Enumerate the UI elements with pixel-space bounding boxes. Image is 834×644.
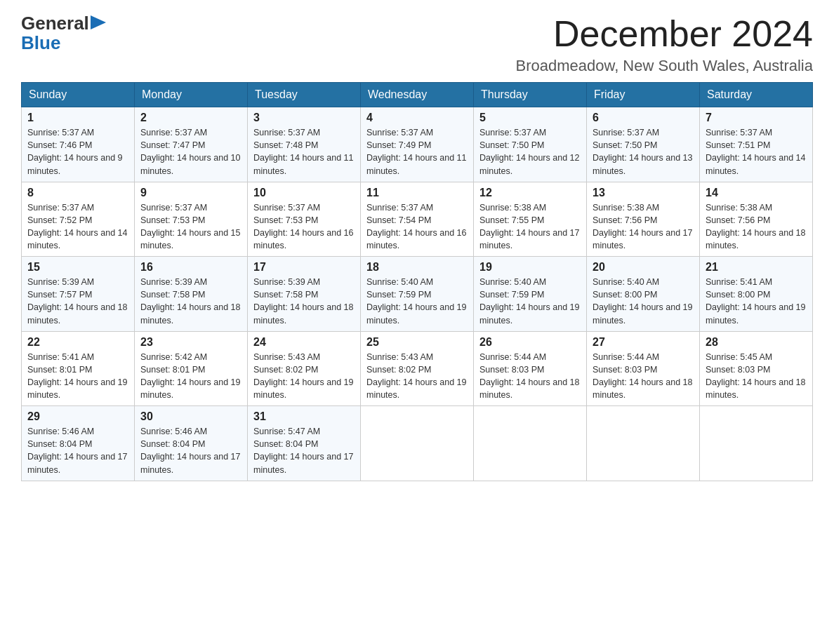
day-info: Sunrise: 5:41 AMSunset: 8:01 PMDaylight:… bbox=[27, 351, 128, 402]
table-row: 4Sunrise: 5:37 AMSunset: 7:49 PMDaylight… bbox=[361, 107, 474, 182]
table-row bbox=[700, 406, 813, 481]
table-row: 19Sunrise: 5:40 AMSunset: 7:59 PMDayligh… bbox=[474, 257, 587, 332]
table-row: 21Sunrise: 5:41 AMSunset: 8:00 PMDayligh… bbox=[700, 257, 813, 332]
calendar-week-row: 8Sunrise: 5:37 AMSunset: 7:52 PMDaylight… bbox=[22, 182, 813, 257]
table-row: 15Sunrise: 5:39 AMSunset: 7:57 PMDayligh… bbox=[22, 257, 135, 332]
location-title: Broadmeadow, New South Wales, Australia bbox=[515, 57, 813, 75]
day-info: Sunrise: 5:39 AMSunset: 7:58 PMDaylight:… bbox=[253, 276, 355, 327]
table-row: 5Sunrise: 5:37 AMSunset: 7:50 PMDaylight… bbox=[474, 107, 587, 182]
day-number: 1 bbox=[27, 112, 128, 124]
day-info: Sunrise: 5:43 AMSunset: 8:02 PMDaylight:… bbox=[366, 351, 468, 402]
table-row: 10Sunrise: 5:37 AMSunset: 7:53 PMDayligh… bbox=[248, 182, 361, 257]
month-title: December 2024 bbox=[515, 14, 813, 54]
table-row: 1Sunrise: 5:37 AMSunset: 7:46 PMDaylight… bbox=[22, 107, 135, 182]
day-info: Sunrise: 5:43 AMSunset: 8:02 PMDaylight:… bbox=[253, 351, 355, 402]
table-row: 2Sunrise: 5:37 AMSunset: 7:47 PMDaylight… bbox=[135, 107, 248, 182]
day-number: 14 bbox=[706, 187, 807, 199]
day-info: Sunrise: 5:37 AMSunset: 7:53 PMDaylight:… bbox=[140, 201, 241, 253]
day-number: 26 bbox=[479, 336, 581, 349]
day-info: Sunrise: 5:37 AMSunset: 7:51 PMDaylight:… bbox=[706, 126, 807, 177]
day-number: 4 bbox=[366, 112, 468, 124]
day-info: Sunrise: 5:38 AMSunset: 7:55 PMDaylight:… bbox=[479, 201, 581, 253]
header-friday: Friday bbox=[587, 83, 700, 107]
table-row: 11Sunrise: 5:37 AMSunset: 7:54 PMDayligh… bbox=[361, 182, 474, 257]
day-info: Sunrise: 5:40 AMSunset: 7:59 PMDaylight:… bbox=[479, 276, 581, 327]
table-row: 30Sunrise: 5:46 AMSunset: 8:04 PMDayligh… bbox=[135, 406, 248, 481]
day-info: Sunrise: 5:38 AMSunset: 7:56 PMDaylight:… bbox=[706, 201, 807, 253]
day-number: 29 bbox=[27, 410, 128, 423]
title-block: December 2024 Broadmeadow, New South Wal… bbox=[515, 14, 813, 75]
table-row: 20Sunrise: 5:40 AMSunset: 8:00 PMDayligh… bbox=[587, 257, 700, 332]
day-info: Sunrise: 5:42 AMSunset: 8:01 PMDaylight:… bbox=[140, 351, 241, 402]
table-row: 3Sunrise: 5:37 AMSunset: 7:48 PMDaylight… bbox=[248, 107, 361, 182]
day-info: Sunrise: 5:37 AMSunset: 7:46 PMDaylight:… bbox=[27, 126, 128, 177]
calendar-week-row: 15Sunrise: 5:39 AMSunset: 7:57 PMDayligh… bbox=[22, 257, 813, 332]
table-row: 26Sunrise: 5:44 AMSunset: 8:03 PMDayligh… bbox=[474, 331, 587, 406]
header-thursday: Thursday bbox=[474, 83, 587, 107]
day-number: 3 bbox=[253, 112, 355, 124]
day-number: 9 bbox=[140, 187, 241, 199]
day-number: 10 bbox=[253, 187, 355, 199]
day-info: Sunrise: 5:46 AMSunset: 8:04 PMDaylight:… bbox=[140, 425, 241, 476]
day-info: Sunrise: 5:37 AMSunset: 7:53 PMDaylight:… bbox=[253, 201, 355, 253]
day-number: 19 bbox=[479, 261, 581, 274]
table-row: 9Sunrise: 5:37 AMSunset: 7:53 PMDaylight… bbox=[135, 182, 248, 257]
day-info: Sunrise: 5:37 AMSunset: 7:50 PMDaylight:… bbox=[593, 126, 694, 177]
day-info: Sunrise: 5:45 AMSunset: 8:03 PMDaylight:… bbox=[706, 351, 807, 402]
day-info: Sunrise: 5:37 AMSunset: 7:54 PMDaylight:… bbox=[366, 201, 468, 253]
table-row bbox=[361, 406, 474, 481]
header-saturday: Saturday bbox=[700, 83, 813, 107]
table-row: 24Sunrise: 5:43 AMSunset: 8:02 PMDayligh… bbox=[248, 331, 361, 406]
day-number: 13 bbox=[593, 187, 694, 199]
day-number: 22 bbox=[27, 336, 128, 349]
table-row: 22Sunrise: 5:41 AMSunset: 8:01 PMDayligh… bbox=[22, 331, 135, 406]
calendar-week-row: 1Sunrise: 5:37 AMSunset: 7:46 PMDaylight… bbox=[22, 107, 813, 182]
header-sunday: Sunday bbox=[22, 83, 135, 107]
day-number: 5 bbox=[479, 112, 581, 124]
table-row: 7Sunrise: 5:37 AMSunset: 7:51 PMDaylight… bbox=[700, 107, 813, 182]
page-header: General Blue December 2024 Broadmeadow, … bbox=[21, 14, 813, 75]
header-tuesday: Tuesday bbox=[248, 83, 361, 107]
table-row: 31Sunrise: 5:47 AMSunset: 8:04 PMDayligh… bbox=[248, 406, 361, 481]
day-info: Sunrise: 5:37 AMSunset: 7:50 PMDaylight:… bbox=[479, 126, 581, 177]
day-number: 24 bbox=[253, 336, 355, 349]
day-info: Sunrise: 5:37 AMSunset: 7:49 PMDaylight:… bbox=[366, 126, 468, 177]
day-number: 15 bbox=[27, 261, 128, 274]
calendar-week-row: 22Sunrise: 5:41 AMSunset: 8:01 PMDayligh… bbox=[22, 331, 813, 406]
table-row bbox=[474, 406, 587, 481]
day-info: Sunrise: 5:47 AMSunset: 8:04 PMDaylight:… bbox=[253, 425, 355, 476]
svg-marker-0 bbox=[91, 15, 106, 29]
logo-text-blue: Blue bbox=[21, 34, 60, 52]
day-number: 6 bbox=[593, 112, 694, 124]
table-row: 12Sunrise: 5:38 AMSunset: 7:55 PMDayligh… bbox=[474, 182, 587, 257]
table-row: 13Sunrise: 5:38 AMSunset: 7:56 PMDayligh… bbox=[587, 182, 700, 257]
day-number: 7 bbox=[706, 112, 807, 124]
table-row: 29Sunrise: 5:46 AMSunset: 8:04 PMDayligh… bbox=[22, 406, 135, 481]
day-number: 17 bbox=[253, 261, 355, 274]
day-info: Sunrise: 5:40 AMSunset: 7:59 PMDaylight:… bbox=[366, 276, 468, 327]
day-number: 12 bbox=[479, 187, 581, 199]
day-info: Sunrise: 5:40 AMSunset: 8:00 PMDaylight:… bbox=[593, 276, 694, 327]
day-number: 25 bbox=[366, 336, 468, 349]
table-row: 25Sunrise: 5:43 AMSunset: 8:02 PMDayligh… bbox=[361, 331, 474, 406]
day-info: Sunrise: 5:37 AMSunset: 7:47 PMDaylight:… bbox=[140, 126, 241, 177]
day-number: 23 bbox=[140, 336, 241, 349]
day-number: 20 bbox=[593, 261, 694, 274]
day-number: 28 bbox=[706, 336, 807, 349]
day-number: 31 bbox=[253, 410, 355, 423]
header-monday: Monday bbox=[135, 83, 248, 107]
logo-triangle-icon bbox=[91, 15, 106, 29]
day-number: 18 bbox=[366, 261, 468, 274]
table-row: 18Sunrise: 5:40 AMSunset: 7:59 PMDayligh… bbox=[361, 257, 474, 332]
weekday-header-row: Sunday Monday Tuesday Wednesday Thursday… bbox=[22, 83, 813, 107]
header-wednesday: Wednesday bbox=[361, 83, 474, 107]
day-number: 21 bbox=[706, 261, 807, 274]
table-row: 6Sunrise: 5:37 AMSunset: 7:50 PMDaylight… bbox=[587, 107, 700, 182]
logo-text-general: General bbox=[21, 14, 89, 32]
day-info: Sunrise: 5:37 AMSunset: 7:52 PMDaylight:… bbox=[27, 201, 128, 253]
table-row: 16Sunrise: 5:39 AMSunset: 7:58 PMDayligh… bbox=[135, 257, 248, 332]
calendar-table: Sunday Monday Tuesday Wednesday Thursday… bbox=[21, 82, 813, 481]
day-info: Sunrise: 5:39 AMSunset: 7:57 PMDaylight:… bbox=[27, 276, 128, 327]
day-number: 16 bbox=[140, 261, 241, 274]
table-row: 28Sunrise: 5:45 AMSunset: 8:03 PMDayligh… bbox=[700, 331, 813, 406]
